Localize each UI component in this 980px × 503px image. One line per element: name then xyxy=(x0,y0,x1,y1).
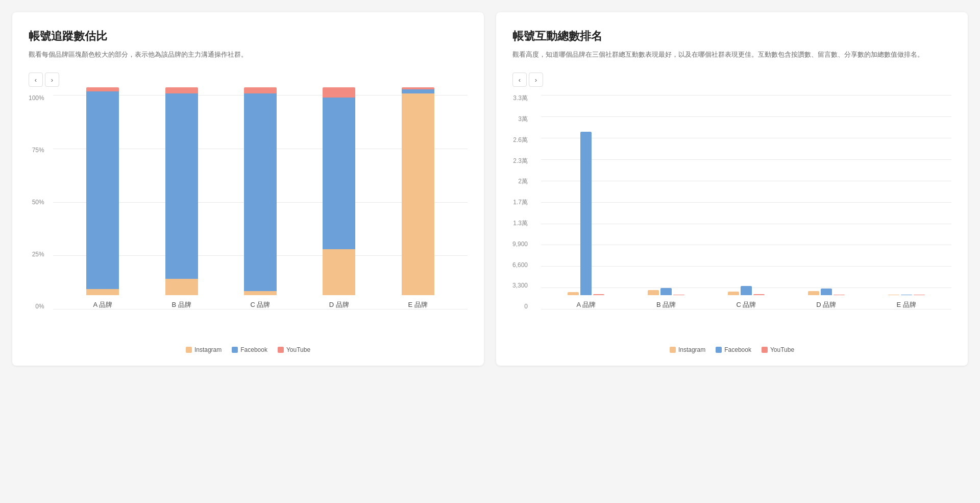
left-prev-button[interactable]: ‹ xyxy=(29,73,43,87)
bar-segment-facebook xyxy=(901,295,912,295)
legend-dot-facebook xyxy=(716,347,722,353)
legend-label: Facebook xyxy=(240,346,267,353)
right-prev-button[interactable]: ‹ xyxy=(512,73,527,87)
bar-segment-instagram xyxy=(728,292,739,295)
bar-group: A 品牌 xyxy=(546,132,626,309)
bar-group: E 品牌 xyxy=(395,87,441,309)
right-y-axis: 03,3006,6009,9001.3萬1.7萬2萬2.3萬2.6萬3萬3.3萬 xyxy=(512,95,531,309)
bar-group: D 品牌 xyxy=(786,289,866,309)
y-axis-label: 75% xyxy=(29,147,47,153)
y-axis-label: 9,900 xyxy=(512,241,531,247)
bar-segment-facebook xyxy=(580,132,592,295)
bar-segment-facebook xyxy=(660,288,672,296)
left-card: 帳號追蹤數估比 觀看每個品牌區塊顏色較大的部分，表示他為該品牌的主力溝通操作社群… xyxy=(12,12,484,366)
y-axis-label: 100% xyxy=(29,95,47,101)
grouped-bars xyxy=(808,289,845,295)
bar-segment-youtube xyxy=(593,294,604,295)
right-card-desc: 觀看高度，知道哪個品牌在三個社群總互動數表現最好，以及在哪個社群表現更佳。互動數… xyxy=(512,49,951,60)
bar-segment-youtube xyxy=(834,295,845,295)
bar-x-label: B 品牌 xyxy=(656,300,676,309)
left-next-button[interactable]: › xyxy=(45,73,59,87)
bar-segment-facebook xyxy=(741,286,752,295)
legend-dot-facebook xyxy=(232,347,238,353)
legend-dot-instagram xyxy=(670,347,676,353)
y-axis-label: 3.3萬 xyxy=(512,95,531,101)
bar-x-label: E 品牌 xyxy=(408,300,428,309)
bar-group: B 品牌 xyxy=(159,87,205,309)
bar-segment-facebook xyxy=(244,93,277,291)
bar-segment-youtube xyxy=(753,294,765,295)
stacked-bar xyxy=(165,87,198,295)
bar-segment-facebook xyxy=(402,89,434,93)
bar-x-label: D 品牌 xyxy=(816,300,836,309)
right-nav: ‹ › xyxy=(512,73,951,87)
bar-group: C 品牌 xyxy=(237,87,283,309)
bar-segment-youtube xyxy=(323,87,355,98)
left-y-axis: 0%25%50%75%100% xyxy=(29,95,47,309)
y-axis-label: 3萬 xyxy=(512,116,531,122)
bar-segment-facebook xyxy=(821,289,832,295)
bar-group: A 品牌 xyxy=(80,87,126,309)
legend-item-instagram: Instagram xyxy=(186,346,222,353)
left-card-title: 帳號追蹤數估比 xyxy=(29,29,468,44)
right-bar-area: A 品牌B 品牌C 品牌D 品牌E 品牌 xyxy=(541,95,951,309)
legend-label: Instagram xyxy=(194,346,222,353)
bar-segment-youtube xyxy=(673,295,684,295)
bar-x-label: C 品牌 xyxy=(736,300,756,309)
stacked-bar xyxy=(323,87,355,295)
y-axis-label: 0 xyxy=(512,303,531,309)
right-card-title: 帳號互動總數排名 xyxy=(512,29,951,44)
y-axis-label: 1.7萬 xyxy=(512,199,531,205)
y-axis-label: 0% xyxy=(29,303,47,309)
bar-segment-instagram xyxy=(568,292,579,295)
bar-segment-instagram xyxy=(402,93,434,295)
left-bar-area: A 品牌B 品牌C 品牌D 品牌E 品牌 xyxy=(53,95,468,309)
legend-label: Instagram xyxy=(678,346,705,353)
bar-x-label: D 品牌 xyxy=(329,300,349,309)
grouped-bars xyxy=(568,132,604,295)
bar-group: D 品牌 xyxy=(316,87,362,309)
right-next-button[interactable]: › xyxy=(529,73,543,87)
bar-segment-facebook xyxy=(86,91,119,289)
bar-x-label: A 品牌 xyxy=(93,300,112,309)
bar-segment-youtube xyxy=(244,87,277,93)
stacked-bar xyxy=(86,87,119,295)
bar-x-label: C 品牌 xyxy=(250,300,270,309)
y-axis-label: 25% xyxy=(29,251,47,257)
right-legend: InstagramFacebookYouTube xyxy=(512,346,951,353)
legend-dot-youtube xyxy=(278,347,284,353)
legend-dot-youtube xyxy=(762,347,768,353)
bar-segment-instagram xyxy=(888,295,899,295)
grouped-bars xyxy=(888,295,925,295)
y-axis-label: 50% xyxy=(29,199,47,205)
left-nav: ‹ › xyxy=(29,73,468,87)
bar-segment-instagram xyxy=(808,291,819,295)
bar-segment-instagram xyxy=(165,279,198,296)
left-legend: InstagramFacebookYouTube xyxy=(29,346,468,353)
y-axis-label: 2.6萬 xyxy=(512,137,531,143)
legend-item-instagram: Instagram xyxy=(670,346,705,353)
stacked-bar xyxy=(244,87,277,295)
legend-label: Facebook xyxy=(724,346,751,353)
legend-dot-instagram xyxy=(186,347,192,353)
bar-group: C 品牌 xyxy=(706,286,787,309)
y-axis-label: 6,600 xyxy=(512,262,531,268)
bar-segment-instagram xyxy=(86,289,119,295)
bar-segment-instagram xyxy=(244,291,277,295)
bar-segment-facebook xyxy=(323,98,355,249)
bar-group: B 品牌 xyxy=(626,288,706,310)
legend-item-facebook: Facebook xyxy=(232,346,267,353)
bar-group: E 品牌 xyxy=(866,295,946,309)
left-bars-row: A 品牌B 品牌C 品牌D 品牌E 品牌 xyxy=(53,95,468,309)
left-stacked-chart: 0%25%50%75%100% A 品牌B 品牌C 品牌D 品牌E 品牌 xyxy=(29,95,468,340)
legend-item-youtube: YouTube xyxy=(762,346,794,353)
y-axis-label: 2.3萬 xyxy=(512,158,531,164)
bar-x-label: B 品牌 xyxy=(172,300,191,309)
legend-label: YouTube xyxy=(770,346,794,353)
right-grouped-chart: 03,3006,6009,9001.3萬1.7萬2萬2.3萬2.6萬3萬3.3萬… xyxy=(512,95,951,340)
legend-item-facebook: Facebook xyxy=(716,346,751,353)
bar-segment-youtube xyxy=(914,295,925,295)
y-axis-label: 3,300 xyxy=(512,282,531,289)
stacked-bar xyxy=(402,87,434,295)
bar-segment-instagram xyxy=(648,290,659,295)
